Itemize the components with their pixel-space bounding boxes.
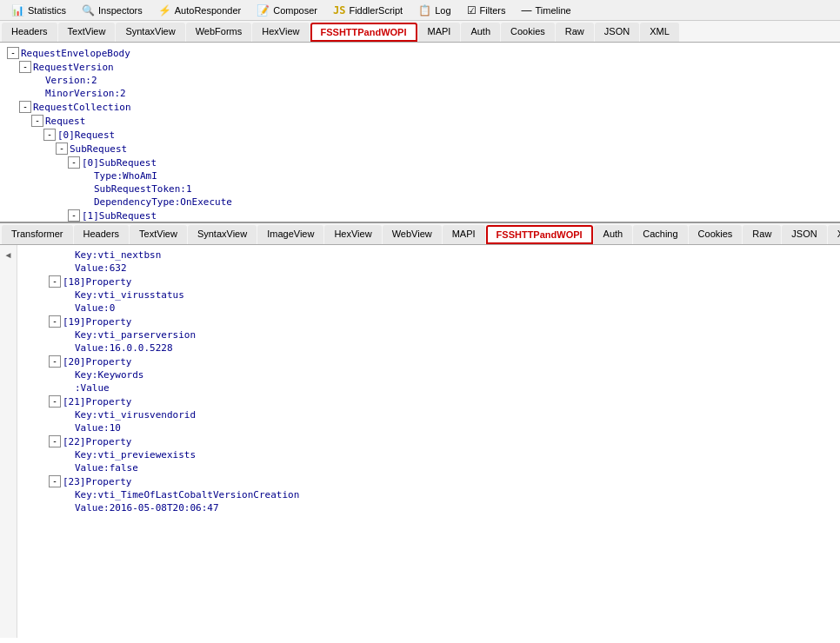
left-gutter: ◄ [0, 245, 17, 638]
toolbar-composer[interactable]: 📝 Composer [249, 2, 325, 19]
tree-expander[interactable]: - [31, 115, 43, 127]
tree-node-text: Key:vti_virusvendorid [75, 409, 196, 421]
bottom-tab-headers[interactable]: Headers [74, 225, 130, 244]
tree-node-text: SubRequestToken:1 [94, 183, 192, 195]
toolbar-autoresponder[interactable]: ⚡ AutoResponder [150, 2, 249, 19]
bottom-tab-hexview[interactable]: HexView [324, 225, 381, 244]
tree-row: :Value [24, 381, 833, 394]
tree-node-text: [21]Property [63, 396, 131, 408]
toolbar-inspectors[interactable]: 🔍 Inspectors [74, 2, 150, 19]
tree-row: -[0]SubRequest [7, 156, 833, 169]
tree-node-text: Type:WhoAmI [94, 170, 157, 182]
top-tab-auth[interactable]: Auth [461, 23, 500, 42]
autoresponder-icon: ⚡ [158, 4, 171, 17]
bottom-panel-content: ◄ Key:vti_nextbsnValue:632-[18]PropertyK… [0, 245, 840, 638]
tree-node-text: [22]Property [63, 436, 131, 447]
tree-row: -RequestEnvelopeBody [7, 46, 833, 60]
tree-row: -[22]Property [24, 434, 833, 448]
tree-row: -[23]Property [24, 474, 833, 488]
tree-row: -[18]Property [24, 275, 833, 288]
tree-expander[interactable]: - [68, 209, 80, 222]
tree-row: SubRequestToken:1 [7, 182, 833, 196]
tree-node-text: Key:vti_parserversion [75, 329, 196, 341]
top-tab-webforms[interactable]: WebForms [186, 23, 252, 42]
top-panel: -RequestEnvelopeBody-RequestVersionVersi… [0, 43, 840, 223]
tree-node-text: Value:632 [75, 262, 127, 274]
tree-node-text: DependencyType:OnExecute [94, 196, 232, 208]
bottom-tab-caching[interactable]: Caching [633, 225, 687, 244]
toolbar-log[interactable]: 📋 Log [410, 2, 458, 19]
top-tab-xml[interactable]: XML [640, 23, 679, 42]
top-tab-mapi[interactable]: MAPI [418, 23, 461, 42]
toolbar-timeline[interactable]: — Timeline [513, 2, 578, 19]
tree-expander[interactable]: - [49, 475, 61, 487]
tree-row: Key:vti_virusstatus [24, 288, 833, 302]
tree-expander[interactable]: - [19, 101, 31, 113]
tree-row: Key:vti_previewexists [24, 448, 833, 461]
tree-node-text: :Value [75, 382, 110, 394]
tree-row: Version:2 [7, 74, 833, 87]
top-tab-fsshttpandwopi[interactable]: FSSHTTPandWOPI [310, 23, 417, 42]
toolbar-statistics[interactable]: 📊 Statistics [3, 2, 74, 19]
tree-row: Value:false [24, 461, 833, 474]
bottom-tab-mapi[interactable]: MAPI [443, 225, 485, 244]
tree-node-text: SubRequest [70, 143, 127, 155]
bottom-tab-json[interactable]: JSON [782, 225, 826, 244]
top-tab-syntaxview[interactable]: SyntaxView [116, 23, 184, 42]
tree-node-text: Value:0 [75, 302, 115, 314]
tree-node-text: Key:vti_previewexists [75, 449, 196, 461]
statistics-icon: 📊 [11, 4, 24, 17]
bottom-tab-textview[interactable]: TextView [130, 225, 187, 244]
main-toolbar: 📊 Statistics 🔍 Inspectors ⚡ AutoResponde… [0, 0, 840, 21]
tree-node-text: [20]Property [63, 356, 131, 368]
bottom-tab-syntaxview[interactable]: SyntaxView [188, 225, 257, 244]
top-panel-content: -RequestEnvelopeBody-RequestVersionVersi… [0, 43, 840, 222]
tree-expander[interactable]: - [49, 435, 61, 447]
bottom-tab-xml[interactable]: XML [828, 225, 840, 244]
bottom-tree-content: Key:vti_nextbsnValue:632-[18]PropertyKey… [17, 245, 840, 638]
tree-row: -SubRequest [7, 142, 833, 156]
tree-row: -Request [7, 114, 833, 128]
bottom-tab-transformer[interactable]: Transformer [2, 225, 73, 244]
tree-expander[interactable]: - [56, 143, 68, 155]
tree-node-text: MinorVersion:2 [45, 88, 126, 99]
tree-expander[interactable]: - [68, 156, 80, 169]
tree-expander[interactable]: - [49, 395, 61, 408]
tree-node-text: Value:2016-05-08T20:06:47 [75, 502, 219, 514]
top-tab-hexview[interactable]: HexView [252, 23, 309, 42]
tree-row: -[19]Property [24, 315, 833, 328]
tree-expander[interactable]: - [7, 47, 19, 59]
tree-expander[interactable]: - [43, 129, 56, 141]
toolbar-fiddlerscript[interactable]: JS FiddlerScript [325, 2, 410, 19]
bottom-tab-imageview[interactable]: ImageView [257, 225, 323, 244]
top-tab-headers[interactable]: Headers [2, 23, 57, 42]
bottom-tab-auth[interactable]: Auth [594, 225, 633, 244]
tree-expander[interactable]: - [49, 355, 61, 368]
tree-node-text: RequestVersion [33, 62, 114, 73]
bottom-tab-raw[interactable]: Raw [743, 225, 781, 244]
bottom-tab-webview[interactable]: WebView [383, 225, 442, 244]
tree-expander[interactable]: - [19, 61, 31, 73]
top-tab-cookies[interactable]: Cookies [501, 23, 555, 42]
tree-node-text: Version:2 [45, 75, 97, 86]
timeline-icon: — [521, 4, 531, 17]
bottom-tab-cookies[interactable]: Cookies [689, 225, 743, 244]
tree-row: Value:632 [24, 262, 833, 275]
tree-node-text: Value:16.0.0.5228 [75, 342, 173, 354]
tree-row: Value:0 [24, 302, 833, 315]
top-tab-textview[interactable]: TextView [58, 23, 116, 42]
scroll-indicator: ◄ [3, 249, 15, 262]
tree-row: -RequestCollection [7, 100, 833, 114]
top-tab-json[interactable]: JSON [595, 23, 639, 42]
tree-row: -[1]SubRequest [7, 209, 833, 222]
top-tab-raw[interactable]: Raw [556, 23, 594, 42]
tree-row: Key:Keywords [24, 368, 833, 381]
tree-row: MinorVersion:2 [7, 87, 833, 100]
bottom-tab-fsshttpandwopi[interactable]: FSSHTTPandWOPI [486, 225, 593, 244]
tree-row: Key:vti_TimeOfLastCobaltVersionCreation [24, 488, 833, 501]
log-icon: 📋 [418, 4, 431, 17]
tree-expander[interactable]: - [49, 275, 61, 288]
tree-expander[interactable]: - [49, 315, 61, 328]
composer-icon: 📝 [257, 4, 270, 17]
toolbar-filters[interactable]: ☑ Filters [459, 2, 514, 19]
